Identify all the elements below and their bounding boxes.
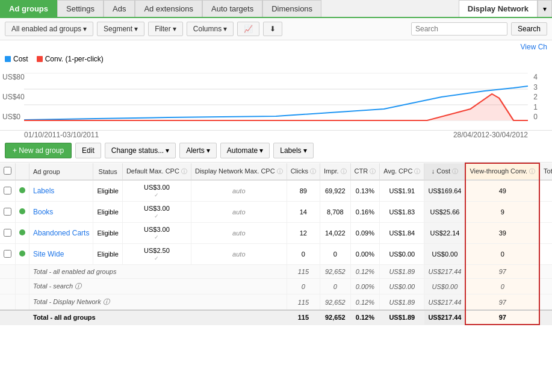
view-group-label: All enabled ad groups bbox=[11, 25, 81, 33]
clicks-header[interactable]: Clicks ⓘ bbox=[287, 163, 320, 180]
automate-button[interactable]: Automate ▾ bbox=[220, 143, 270, 158]
ad-group-header[interactable]: Ad group bbox=[29, 163, 93, 180]
tab-ad-groups[interactable]: Ad groups bbox=[0, 0, 57, 17]
subtotal-ctr: 0.12% bbox=[350, 265, 380, 279]
display-cpc-1: auto bbox=[191, 202, 287, 223]
subtotal-impr: 92,652 bbox=[320, 294, 351, 311]
automate-label: Automate bbox=[227, 146, 258, 155]
chevron-down-icon: ▾ bbox=[134, 25, 138, 33]
grand-total-row: Total - all ad groups 115 92,652 0.12% U… bbox=[0, 310, 552, 325]
chart-view-button[interactable]: 📈 bbox=[237, 22, 259, 36]
tab-auto-targets[interactable]: Auto targets bbox=[202, 0, 262, 17]
row-checkbox-2[interactable] bbox=[0, 223, 16, 244]
view-chart-link[interactable]: View Ch bbox=[0, 40, 552, 54]
ctr-2: 0.09% bbox=[350, 223, 380, 244]
search-button[interactable]: Search bbox=[511, 22, 547, 36]
y-right-2: 2 bbox=[533, 93, 538, 101]
ad-group-link-0[interactable]: Labels bbox=[33, 187, 54, 195]
avg-cpc-2: US$1.84 bbox=[380, 223, 424, 244]
chevron-down-icon: ▾ bbox=[166, 146, 169, 155]
total-conv-value-1: 29.9 bbox=[539, 202, 552, 223]
y-label-0: US$0 bbox=[2, 113, 25, 121]
new-ad-group-button[interactable]: + New ad group bbox=[5, 143, 72, 158]
subtotal-check bbox=[0, 265, 16, 279]
row-checkbox-0[interactable] bbox=[0, 180, 16, 202]
grand-check bbox=[0, 310, 16, 325]
default-cpc-header[interactable]: Default Max. CPC ⓘ bbox=[122, 163, 191, 180]
impr-header[interactable]: Impr. ⓘ bbox=[320, 163, 351, 180]
row-checkbox-3[interactable] bbox=[0, 244, 16, 265]
chevron-down-icon: ▾ bbox=[303, 146, 307, 155]
ctr-0: 0.13% bbox=[350, 180, 380, 202]
tab-dimensions[interactable]: Dimensions bbox=[262, 0, 321, 17]
clicks-1: 14 bbox=[287, 202, 320, 223]
row-checkbox-1[interactable] bbox=[0, 202, 16, 223]
status-text-header[interactable]: Status bbox=[93, 163, 122, 180]
cost-header[interactable]: ↓ Cost ⓘ bbox=[424, 163, 466, 180]
display-cpc-0: auto bbox=[191, 180, 287, 202]
clicks-2: 12 bbox=[287, 223, 320, 244]
subtotal-row: Total - Display Network ⓘ 115 92,652 0.1… bbox=[0, 294, 552, 311]
view-through-0: 49 bbox=[465, 180, 539, 202]
edit-button[interactable]: Edit bbox=[75, 143, 101, 158]
status-dot-cell-2 bbox=[16, 223, 29, 244]
subtotal-status bbox=[16, 279, 29, 294]
subtotal-convval: 250.1 bbox=[539, 265, 552, 279]
status-text-1: Eligible bbox=[93, 202, 122, 223]
segment-button[interactable]: Segment ▾ bbox=[97, 22, 144, 36]
subtotal-label: Total - Display Network ⓘ bbox=[29, 294, 287, 311]
tab-ad-extensions[interactable]: Ad extensions bbox=[135, 0, 202, 17]
select-all-checkbox[interactable] bbox=[0, 163, 16, 180]
table-body: Labels Eligible US$3.00✓ auto 89 69,922 … bbox=[0, 180, 552, 325]
tab-display-network[interactable]: Display Network bbox=[459, 0, 538, 17]
subtotal-status bbox=[16, 265, 29, 279]
view-group-dropdown[interactable]: All enabled ad groups ▾ bbox=[5, 22, 93, 36]
avg-cpc-1: US$1.83 bbox=[380, 202, 424, 223]
change-status-label: Change status... bbox=[111, 146, 164, 155]
filter-button[interactable]: Filter ▾ bbox=[148, 22, 183, 36]
table-row: Abandoned Carts Eligible US$3.00✓ auto 1… bbox=[0, 223, 552, 244]
subtotal-row: Total - all enabled ad groups 115 92,652… bbox=[0, 265, 552, 279]
status-header bbox=[16, 163, 29, 180]
labels-button[interactable]: Labels ▾ bbox=[273, 143, 313, 158]
download-button[interactable]: ⬇ bbox=[263, 22, 282, 36]
ctr-header[interactable]: CTR ⓘ bbox=[350, 163, 380, 180]
status-dot-cell-0 bbox=[16, 180, 29, 202]
y-right-1: 1 bbox=[533, 103, 538, 111]
total-conv-value-header[interactable]: Total conv. value ⓘ bbox=[539, 163, 552, 180]
cost-2: US$22.14 bbox=[424, 223, 466, 244]
subtotal-check bbox=[0, 294, 16, 311]
subtotal-avgcpc: US$0.00 bbox=[380, 279, 424, 294]
status-text-3: Eligible bbox=[93, 244, 122, 265]
default-cpc-1: US$3.00✓ bbox=[122, 202, 191, 223]
search-input[interactable] bbox=[411, 22, 507, 36]
columns-button[interactable]: Columns ▾ bbox=[187, 22, 234, 36]
avg-cpc-header[interactable]: Avg. CPC ⓘ bbox=[380, 163, 424, 180]
legend-conv: Conv. (1-per-click) bbox=[37, 55, 104, 63]
table-header-row: Ad group Status Default Max. CPC ⓘ Displ… bbox=[0, 163, 552, 180]
subtotal-label: Total - search ⓘ bbox=[29, 279, 287, 294]
subtotal-avgcpc: US$1.89 bbox=[380, 265, 424, 279]
display-cpc-header[interactable]: Display Network Max. CPC ⓘ bbox=[191, 163, 287, 180]
more-tabs-button[interactable]: ▾ bbox=[538, 0, 552, 17]
status-dot bbox=[19, 187, 25, 193]
alerts-button[interactable]: Alerts ▾ bbox=[179, 143, 217, 158]
chevron-down-icon: ▾ bbox=[206, 146, 210, 155]
subtotal-cost: US$0.00 bbox=[424, 279, 466, 294]
grand-avgcpc: US$1.89 bbox=[380, 310, 424, 325]
ad-group-link-3[interactable]: Site Wide bbox=[33, 250, 64, 258]
chart-area: US$80 US$40 US$0 4 3 2 1 0 bbox=[0, 64, 552, 131]
ctr-3: 0.00% bbox=[350, 244, 380, 265]
subtotal-ctr: 0.12% bbox=[350, 294, 380, 311]
status-dot bbox=[19, 208, 25, 214]
y-right-0: 0 bbox=[533, 113, 538, 121]
data-table-wrapper: Ad group Status Default Max. CPC ⓘ Displ… bbox=[0, 163, 552, 325]
ad-group-link-1[interactable]: Books bbox=[33, 208, 53, 216]
ad-group-link-2[interactable]: Abandoned Carts bbox=[33, 229, 89, 237]
view-through-header[interactable]: View-through Conv. ⓘ bbox=[465, 163, 539, 180]
tab-ads[interactable]: Ads bbox=[104, 0, 135, 17]
grand-cost: US$217.44 bbox=[424, 310, 466, 325]
tab-settings[interactable]: Settings bbox=[57, 0, 104, 17]
change-status-button[interactable]: Change status... ▾ bbox=[105, 143, 176, 158]
table-row: Books Eligible US$3.00✓ auto 14 8,708 0.… bbox=[0, 202, 552, 223]
